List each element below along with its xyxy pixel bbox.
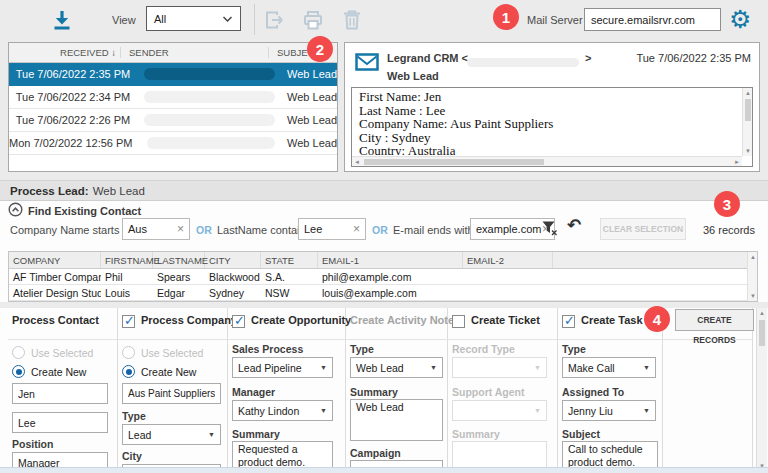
contact-firstname: Louis	[101, 287, 153, 299]
record-type-dropdown[interactable]: ▼	[452, 357, 547, 378]
column-header-sender[interactable]: SENDER	[121, 47, 269, 58]
contact-lastname: Edgar	[153, 287, 205, 299]
create-new-contact-radio[interactable]: Create New	[12, 365, 86, 378]
delete-icon[interactable]	[342, 9, 362, 33]
contacts-table-scrollbar[interactable]: ▲ ▼	[747, 252, 757, 301]
email-list-panel: RECEIVED ↓ SENDER SUBJECT Tue 7/06/2022 …	[8, 42, 338, 172]
find-existing-contact-toggle[interactable]: Find Existing Contact	[8, 202, 141, 219]
email-sender-redacted	[144, 91, 275, 103]
scroll-up-icon[interactable]: ▲	[757, 308, 767, 318]
filter-email-label: E-mail ends with	[393, 224, 474, 236]
clear-selection-button[interactable]: CLEAR SELECTION	[600, 218, 686, 240]
export-icon[interactable]	[263, 9, 287, 33]
company-name-input[interactable]	[122, 383, 221, 404]
column-header-email2[interactable]: EMAIL-2	[463, 252, 553, 268]
email-body-horizontal-scrollbar[interactable]: ◄ ►	[352, 156, 742, 166]
panels-horizontal-scrollbar[interactable]	[0, 467, 768, 473]
activity-summary-textarea[interactable]: Web Lead	[350, 399, 443, 441]
download-email-icon[interactable]	[50, 8, 74, 34]
contact-lastname: Spears	[153, 271, 205, 283]
contact-company: AF Timber Company	[9, 271, 101, 283]
panel-title-create-ticket: Create Ticket	[471, 314, 540, 326]
contact-row[interactable]: AF Timber Company Phil Spears Blackwood …	[9, 269, 757, 285]
column-header-lastname[interactable]: LASTNAME	[153, 252, 205, 268]
email-row[interactable]: Mon 7/02/2022 12:56 PM Web Lead	[9, 132, 337, 155]
activity-summary-label: Summary	[350, 386, 398, 398]
email-body-line: Last Name : Lee	[359, 104, 740, 118]
sales-process-dropdown[interactable]: Lead Pipeline▼	[232, 357, 333, 378]
crm-email-processing-window: View All Mail Server ⚙ 1 2 3 4 RECEIVED …	[0, 0, 768, 473]
create-new-company-radio[interactable]: Create New	[122, 365, 196, 378]
support-agent-dropdown[interactable]: ▼	[452, 400, 547, 421]
use-selected-company-radio[interactable]: Use Selected	[122, 346, 203, 359]
column-header-state[interactable]: STATE	[261, 252, 318, 268]
view-dropdown[interactable]: All	[146, 6, 241, 31]
create-task-checkbox[interactable]	[562, 315, 575, 328]
opportunity-manager-dropdown[interactable]: Kathy Lindon▼	[232, 400, 333, 421]
filter-lastname-input[interactable]: Lee ×	[298, 218, 366, 240]
assigned-to-dropdown[interactable]: Jenny Liu▼	[562, 400, 656, 421]
create-opportunity-checkbox[interactable]	[232, 315, 245, 328]
contact-row[interactable]: Atelier Design Studio Louis Edgar Sydney…	[9, 285, 757, 301]
create-ticket-checkbox[interactable]	[452, 315, 465, 328]
column-header-email1[interactable]: EMAIL-1	[318, 252, 463, 268]
use-selected-contact-radio[interactable]: Use Selected	[12, 346, 93, 359]
scroll-right-icon[interactable]: ►	[732, 157, 742, 167]
position-label: Position	[12, 438, 53, 450]
remove-filter-icon[interactable]	[541, 220, 558, 238]
toolbar-separator	[254, 4, 255, 35]
panels-vertical-scrollbar[interactable]: ▲ ▼	[756, 308, 767, 473]
contact-first-name-input[interactable]	[12, 383, 108, 404]
email-received-date: Mon 7/02/2022 12:56 PM	[9, 137, 135, 149]
contacts-table-header: COMPANY FIRSTNAME LASTNAME CITY STATE EM…	[9, 252, 757, 269]
process-lead-value: Web Lead	[93, 185, 145, 197]
task-type-dropdown[interactable]: Make Call▼	[562, 357, 656, 378]
column-header-received[interactable]: RECEIVED ↓	[9, 47, 121, 58]
company-type-dropdown[interactable]: Lead▼	[122, 424, 221, 445]
email-sender-redacted	[147, 137, 276, 149]
dropdown-arrow-icon: ▼	[534, 364, 541, 371]
activity-type-dropdown[interactable]: Web Lead▼	[350, 357, 443, 378]
scroll-down-icon[interactable]: ▼	[743, 146, 753, 156]
panel-header-divider	[8, 339, 752, 340]
scroll-down-icon[interactable]: ▼	[748, 291, 758, 301]
scroll-up-icon[interactable]: ▲	[743, 88, 753, 98]
email-preview-panel: Legrand CRM < > Tue 7/06/2022 2:35 PM We…	[344, 42, 760, 172]
collapse-circle-icon	[8, 202, 23, 219]
process-company-checkbox[interactable]	[122, 315, 135, 328]
email-body-vertical-scrollbar[interactable]: ▲ ▼	[742, 88, 752, 156]
contact-company: Atelier Design Studio	[9, 287, 101, 299]
column-header-company[interactable]: COMPANY	[9, 252, 101, 268]
contact-last-name-input[interactable]	[12, 412, 108, 433]
email-list-body: Tue 7/06/2022 2:35 PM Web Lead Tue 7/06/…	[9, 63, 337, 155]
annotation-step-1: 1	[493, 4, 519, 30]
dropdown-arrow-icon: ▼	[534, 407, 541, 414]
email-from-bracket: >	[585, 52, 591, 64]
clear-filter-icon[interactable]: ×	[353, 222, 360, 236]
email-from-address-redacted	[467, 58, 579, 67]
scroll-left-icon[interactable]: ◄	[352, 157, 362, 167]
panel-title-create-activity-note: Create Activity Note	[350, 314, 454, 326]
mail-server-input[interactable]	[584, 8, 721, 31]
scroll-up-icon[interactable]: ▲	[748, 252, 758, 262]
filter-company-input[interactable]: Aus ×	[122, 218, 190, 240]
email-body-line: City : Sydney	[359, 131, 740, 145]
column-header-firstname[interactable]: FIRSTNAME	[101, 252, 153, 268]
email-row[interactable]: Tue 7/06/2022 2:35 PM Web Lead	[9, 63, 337, 86]
assigned-to-label: Assigned To	[562, 386, 624, 398]
radio-icon	[122, 346, 135, 359]
print-icon[interactable]	[302, 9, 324, 33]
settings-gear-icon[interactable]: ⚙	[729, 3, 751, 35]
undo-icon[interactable]: ↶	[567, 215, 581, 236]
column-header-city[interactable]: CITY	[205, 252, 261, 268]
email-body-line: Country: Australia	[359, 144, 740, 155]
mail-server-label: Mail Server	[527, 14, 583, 26]
clear-filter-icon[interactable]: ×	[177, 222, 184, 236]
record-type-label: Record Type	[452, 343, 515, 355]
annotation-step-3: 3	[714, 191, 740, 217]
email-row[interactable]: Tue 7/06/2022 2:34 PM Web Lead	[9, 86, 337, 109]
email-row[interactable]: Tue 7/06/2022 2:26 PM Web Lead	[9, 109, 337, 132]
panel-title-create-task: Create Task	[581, 314, 643, 326]
create-records-button[interactable]: CREATE RECORDS	[675, 309, 754, 331]
contact-city: Sydney	[205, 287, 261, 299]
